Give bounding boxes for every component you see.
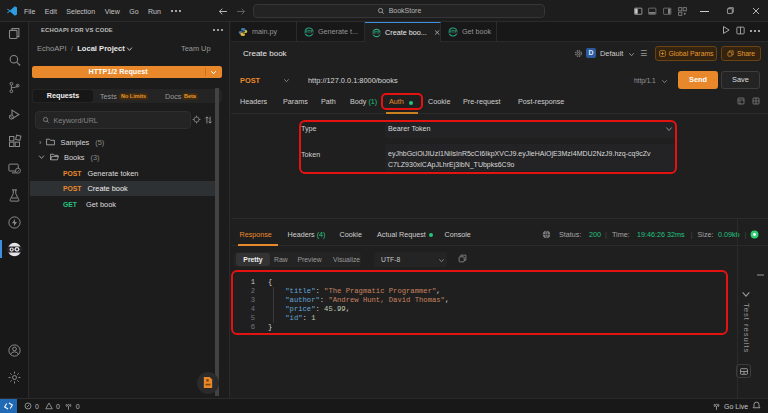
svg-text:HTTP: HTTP xyxy=(305,30,313,34)
svg-text:HTTP: HTTP xyxy=(373,31,380,35)
svg-text:HTTP: HTTP xyxy=(449,30,457,34)
